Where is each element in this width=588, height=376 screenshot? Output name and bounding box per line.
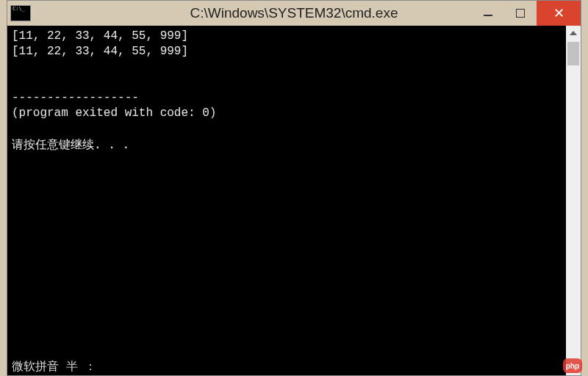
close-icon: ✕ — [553, 7, 564, 20]
output-line: [11, 22, 33, 44, 55, 999] — [12, 29, 188, 43]
minimize-button[interactable] — [472, 1, 504, 26]
titlebar[interactable]: C:\_ C:\Windows\SYSTEM32\cmd.exe ✕ — [7, 1, 581, 26]
cmd-window: C:\_ C:\Windows\SYSTEM32\cmd.exe ✕ [11, … — [7, 0, 581, 376]
terminal-spacer — [12, 153, 562, 358]
output-line: [11, 22, 33, 44, 55, 999] — [12, 45, 188, 58]
output-separator: ------------------ — [12, 91, 139, 104]
maximize-icon — [516, 9, 525, 18]
press-any-key-prompt: 请按任意键继续. . . — [12, 137, 129, 151]
scroll-up-button[interactable] — [566, 26, 581, 40]
terminal-area: [11, 22, 33, 44, 55, 999] [11, 22, 33, 4… — [7, 26, 581, 375]
chevron-up-icon — [570, 31, 577, 35]
output-exit-status: (program exited with code: 0) — [12, 106, 216, 120]
terminal-output[interactable]: [11, 22, 33, 44, 55, 999] [11, 22, 33, 4… — [7, 26, 566, 375]
ime-status: 微软拼音 半 ： — [12, 358, 562, 374]
cmd-app-icon: C:\_ — [10, 5, 31, 21]
vertical-scrollbar[interactable] — [566, 26, 581, 375]
maximize-button[interactable] — [504, 1, 537, 26]
window-controls: ✕ — [472, 1, 581, 26]
scrollbar-thumb[interactable] — [567, 42, 579, 65]
terminal-content: [11, 22, 33, 44, 55, 999] [11, 22, 33, 4… — [12, 29, 562, 153]
minimize-icon — [484, 15, 492, 16]
close-button[interactable]: ✕ — [537, 1, 581, 26]
cmd-app-icon-text: C:\_ — [12, 7, 25, 12]
